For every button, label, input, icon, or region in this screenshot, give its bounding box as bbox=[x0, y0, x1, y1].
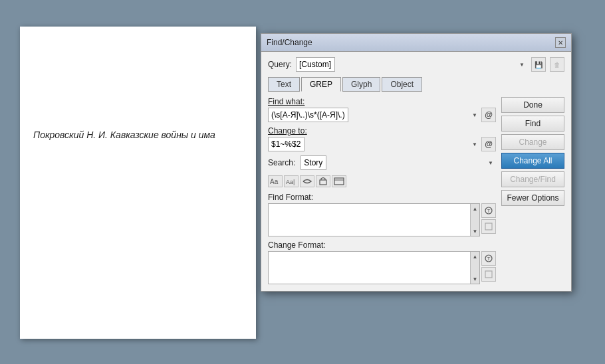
find-format-box: ▲ ▼ bbox=[268, 203, 480, 236]
change-format-row: ▲ ▼ T bbox=[268, 251, 496, 284]
svg-rect-7 bbox=[485, 223, 492, 230]
toolbar-icons-row: Aa Aa| bbox=[268, 175, 496, 187]
svg-text:T: T bbox=[487, 256, 491, 262]
change-format-clear-button[interactable] bbox=[481, 267, 496, 282]
find-what-select-wrapper: (\s[А-Я]\..)\s*([А-Я]\.) bbox=[268, 108, 480, 122]
find-format-label: Find Format: bbox=[268, 193, 496, 202]
change-all-button[interactable]: Change All bbox=[501, 153, 564, 169]
find-format-specify-button[interactable]: T bbox=[481, 203, 496, 218]
query-select[interactable]: [Custom] bbox=[296, 57, 335, 72]
search-select[interactable]: Story bbox=[301, 155, 326, 170]
find-format-scroll-down[interactable]: ▼ bbox=[471, 227, 480, 236]
left-panel: Find what: (\s[А-Я]\..)\s*([А-Я]\.) @ bbox=[268, 97, 496, 284]
find-format-btn-group: T bbox=[481, 203, 496, 234]
find-change-dialog: Find/Change ✕ Query: [Custom] 💾 🗑 Text G… bbox=[261, 33, 572, 292]
dialog-title: Find/Change bbox=[267, 38, 312, 47]
dialog-titlebar: Find/Change ✕ bbox=[261, 34, 571, 52]
save-query-button[interactable]: 💾 bbox=[531, 57, 546, 72]
tab-glyph[interactable]: Glyph bbox=[342, 77, 380, 92]
svg-rect-2 bbox=[320, 180, 326, 185]
change-format-scroll-up[interactable]: ▲ bbox=[471, 252, 480, 261]
find-what-group: Find what: (\s[А-Я]\..)\s*([А-Я]\.) @ bbox=[268, 97, 496, 122]
change-format-btn-group: T bbox=[481, 251, 496, 282]
query-label: Query: bbox=[268, 60, 292, 69]
find-format-scroll-up[interactable]: ▲ bbox=[471, 204, 480, 213]
query-select-wrapper: [Custom] bbox=[296, 57, 527, 72]
main-content: Find what: (\s[А-Я]\..)\s*([А-Я]\.) @ bbox=[268, 97, 564, 284]
right-panel: Done Find Change Change All Change/Find … bbox=[501, 97, 564, 284]
document-text: Покровский Н. И. Кавказские войны и има bbox=[33, 130, 215, 140]
svg-text:Aa|: Aa| bbox=[286, 179, 295, 185]
change-format-label: Change Format: bbox=[268, 240, 496, 250]
fewer-options-button[interactable]: Fewer Options bbox=[501, 190, 564, 206]
change-to-row: $1~%$2 @ bbox=[268, 137, 496, 151]
change-format-group: Change Format: ▲ ▼ T bbox=[268, 240, 496, 284]
search-group: Search: Story bbox=[268, 155, 496, 170]
toolbar-icon-3[interactable] bbox=[300, 175, 314, 187]
svg-rect-3 bbox=[334, 178, 344, 185]
find-format-group: Find Format: ▲ ▼ T bbox=[268, 193, 496, 236]
query-row: Query: [Custom] 💾 🗑 bbox=[268, 57, 564, 72]
tab-text[interactable]: Text bbox=[268, 77, 300, 92]
toolbar-icon-5[interactable] bbox=[332, 175, 346, 187]
change-to-at-button[interactable]: @ bbox=[481, 137, 496, 151]
find-button[interactable]: Find bbox=[501, 116, 564, 132]
change-find-button[interactable]: Change/Find bbox=[501, 171, 564, 187]
delete-query-button[interactable]: 🗑 bbox=[550, 57, 564, 72]
search-row: Search: Story bbox=[268, 155, 496, 170]
change-format-scroll-down[interactable]: ▼ bbox=[471, 274, 480, 284]
find-what-at-button[interactable]: @ bbox=[481, 108, 496, 122]
change-format-specify-button[interactable]: T bbox=[481, 251, 496, 266]
tab-grep[interactable]: GREP bbox=[301, 77, 341, 92]
svg-text:Aa: Aa bbox=[270, 178, 279, 185]
change-to-select-wrapper: $1~%$2 bbox=[268, 137, 480, 151]
toolbar-icon-2[interactable]: Aa| bbox=[284, 175, 299, 187]
find-format-scrollbar: ▲ ▼ bbox=[470, 204, 479, 236]
change-to-label: Change to: bbox=[268, 126, 496, 136]
toolbar-icon-1[interactable]: Aa bbox=[268, 175, 283, 187]
svg-rect-10 bbox=[485, 271, 492, 278]
document-page: Покровский Н. И. Кавказские войны и има bbox=[20, 27, 256, 339]
tab-object[interactable]: Object bbox=[382, 77, 422, 92]
find-what-row: (\s[А-Я]\..)\s*([А-Я]\.) @ bbox=[268, 108, 496, 122]
dialog-body: Query: [Custom] 💾 🗑 Text GREP Glyph Obje… bbox=[261, 52, 571, 291]
change-format-scrollbar: ▲ ▼ bbox=[470, 252, 479, 284]
search-label: Search: bbox=[268, 158, 295, 167]
change-button[interactable]: Change bbox=[501, 134, 564, 150]
toolbar-icon-4[interactable] bbox=[316, 175, 330, 187]
search-select-wrapper: Story bbox=[301, 155, 496, 170]
change-to-group: Change to: $1~%$2 @ bbox=[268, 126, 496, 151]
done-button[interactable]: Done bbox=[501, 97, 564, 113]
find-format-clear-button[interactable] bbox=[481, 219, 496, 234]
svg-text:T: T bbox=[487, 208, 491, 214]
find-what-label: Find what: bbox=[268, 97, 496, 106]
change-to-select[interactable]: $1~%$2 bbox=[268, 137, 304, 151]
change-format-box: ▲ ▼ bbox=[268, 251, 480, 284]
find-what-select[interactable]: (\s[А-Я]\..)\s*([А-Я]\.) bbox=[268, 108, 348, 122]
tabs-row: Text GREP Glyph Object bbox=[268, 77, 564, 92]
find-format-row: ▲ ▼ T bbox=[268, 203, 496, 236]
close-button[interactable]: ✕ bbox=[555, 37, 566, 48]
